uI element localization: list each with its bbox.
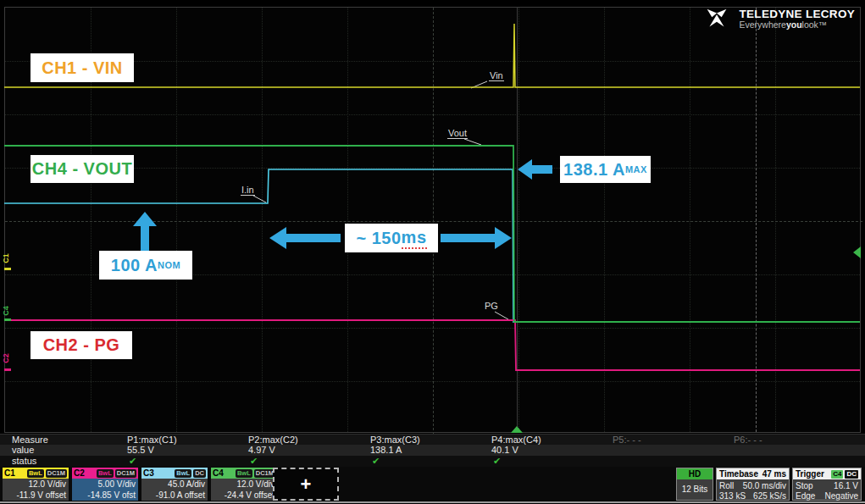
c2-zero-tick xyxy=(4,368,11,371)
c1-vdiv: 12.0 V/div xyxy=(3,479,66,490)
c1-offset: -11.9 V offset xyxy=(3,490,66,501)
trigger-row1: Stop 16.1 V xyxy=(796,481,858,490)
inom-value: 100 A xyxy=(111,256,158,275)
c2-coupling-badge: DC1M xyxy=(115,469,136,478)
p4-status-check-icon: ✔ xyxy=(493,456,501,467)
c4-settings: 12.0 V/div -24.4 V offset xyxy=(211,479,274,501)
channel-box-c1[interactable]: C1 BwL DC1M 12.0 V/div -11.9 V offset xyxy=(3,468,69,501)
imax-callout: 138.1 AMAX xyxy=(560,156,651,183)
c4-zero-marker[interactable]: C4 xyxy=(2,306,10,316)
c4-offset: -24.4 V offset xyxy=(211,490,274,501)
c3-coupling-badge: DC xyxy=(193,469,206,478)
duration-unit: ms xyxy=(402,228,427,249)
bottom-edge-line xyxy=(0,501,865,503)
c2-settings: 5.00 V/div -14.85 V ofst xyxy=(72,479,136,501)
trigger-time-marker[interactable] xyxy=(511,426,523,433)
value-row-label: value xyxy=(12,445,34,456)
timebase-per-div: 50.0 ms/div xyxy=(743,481,786,490)
timebase-rate: 625 kS/s xyxy=(753,491,786,501)
measure-header-row: Measure P1:max(C1) P2:max(C2) P3:max(C3)… xyxy=(0,434,865,446)
timebase-header: Timebase 47 ms xyxy=(717,468,789,479)
p2-status-check-icon: ✔ xyxy=(250,456,258,467)
c1-settings: 12.0 V/div -11.9 V offset xyxy=(3,479,66,501)
trigger-source-badge: C4 xyxy=(831,470,843,479)
trigger-type: Edge xyxy=(796,491,815,501)
c4-header: C4 BwL DC1M xyxy=(211,468,277,479)
c3-header: C3 BwL DC xyxy=(141,468,208,479)
iin-trace-label: I.in xyxy=(241,185,255,196)
gridline xyxy=(5,114,860,115)
ch1-vin-callout: CH1 - VIN xyxy=(30,53,134,82)
c2-id: C2 xyxy=(74,468,95,478)
imax-arrow-icon xyxy=(518,159,552,180)
timebase-row2: 313 kS 625 kS/s xyxy=(719,491,786,501)
c1-header: C1 BwL DC1M xyxy=(3,468,69,479)
channel-box-c2[interactable]: C2 BwL DC1M 5.00 V/div -14.85 V ofst xyxy=(72,468,138,501)
timebase-box[interactable]: Timebase 47 ms Roll 50.0 ms/div 313 kS 6… xyxy=(716,468,790,501)
c1-bwl-badge: BwL xyxy=(27,469,44,478)
gridline xyxy=(176,8,177,432)
imax-value: 138.1 A xyxy=(563,160,625,180)
trigger-title: Trigger xyxy=(796,469,824,479)
status-row-label: status xyxy=(12,456,36,467)
c1-zero-marker[interactable]: C1 xyxy=(2,253,10,263)
hd-mode-box[interactable]: HD 12 Bits xyxy=(676,468,713,501)
channel-box-c4[interactable]: C4 BwL DC1M 12.0 V/div -24.4 V offset xyxy=(211,468,277,501)
measure-table: Measure P1:max(C1) P2:max(C2) P3:max(C3)… xyxy=(0,434,865,467)
measure-status-row: status ✔ ✔ ✔ ✔ xyxy=(0,456,865,467)
duration-value: ~ 150 xyxy=(356,229,401,248)
teledyne-logo-icon xyxy=(701,8,733,30)
trigger-header: Trigger C4 DC xyxy=(793,468,861,479)
logo-tagline: Everywhereyoulook™ xyxy=(739,19,855,30)
ch2-pg-callout: CH2 - PG xyxy=(30,331,132,359)
inom-up-arrow-icon xyxy=(133,212,157,251)
trigger-box[interactable]: Trigger C4 DC Stop 16.1 V Edge Negative xyxy=(792,468,862,501)
gridline xyxy=(347,8,348,432)
p3-value: 138.1 A xyxy=(370,445,402,456)
c2-zero-marker[interactable]: C2 xyxy=(2,353,10,363)
channel-box-c3[interactable]: C3 BwL DC 45.0 A/div -91.0 A offset xyxy=(141,468,208,501)
duration-left-arrow-icon xyxy=(269,227,341,249)
trigger-coupling-badge: DC xyxy=(845,470,858,479)
c3-settings: 45.0 A/div -91.0 A offset xyxy=(141,479,205,501)
c4-bwl-badge: BwL xyxy=(236,469,252,478)
trigger-level: 16.1 V xyxy=(834,481,858,490)
trigger-level-marker[interactable] xyxy=(853,246,861,258)
plus-icon: + xyxy=(301,474,312,496)
c2-offset: -14.85 V ofst xyxy=(72,490,136,501)
gridline xyxy=(775,8,776,432)
oscilloscope-screen: Vin Vout I.in PG C1 C4 C2 CH1 - VIN CH4 … xyxy=(0,0,865,504)
trigger-position-line xyxy=(517,8,518,432)
gridline xyxy=(518,8,519,432)
c4-vdiv: 12.0 V/div xyxy=(211,479,274,490)
imax-subscript: MAX xyxy=(625,164,647,174)
pg-trace-label: PG xyxy=(484,301,499,311)
p3-status-check-icon: ✔ xyxy=(372,456,380,467)
trigger-row2: Edge Negative xyxy=(796,491,858,501)
c1-zero-tick xyxy=(4,268,11,270)
p4-value: 40.1 V xyxy=(491,445,518,456)
measure-value-row: value 55.5 V 4.97 V 138.1 A 40.1 V xyxy=(0,445,865,456)
timebase-title: Timebase xyxy=(719,469,758,479)
trigger-mode: Stop xyxy=(796,481,813,490)
p2-value: 4.97 V xyxy=(248,445,275,456)
p1-value: 55.5 V xyxy=(127,445,154,456)
vout-trace-label: Vout xyxy=(447,128,468,139)
p1-status-check-icon: ✔ xyxy=(129,456,136,467)
hd-label: HD xyxy=(677,468,713,479)
c4-zero-tick xyxy=(4,318,11,321)
cursor-dashed-line[interactable] xyxy=(756,8,757,432)
c3-bwl-badge: BwL xyxy=(175,469,191,478)
inom-callout: 100 ANOM xyxy=(99,251,192,280)
ch4-vout-callout: CH4 - VOUT xyxy=(30,155,134,183)
gridline xyxy=(5,381,860,382)
c3-offset: -91.0 A offset xyxy=(141,490,205,501)
timebase-row1: Roll 50.0 ms/div xyxy=(719,481,786,490)
hd-bits: 12 Bits xyxy=(679,485,710,494)
c2-vdiv: 5.00 V/div xyxy=(72,479,136,490)
timebase-value: 47 ms xyxy=(762,469,786,479)
bottom-status-bar: C1 BwL DC1M 12.0 V/div -11.9 V offset C2… xyxy=(0,467,865,501)
add-channel-button[interactable]: + xyxy=(273,468,339,501)
inom-subscript: NOM xyxy=(158,260,180,270)
duration-right-arrow-icon xyxy=(441,227,512,249)
